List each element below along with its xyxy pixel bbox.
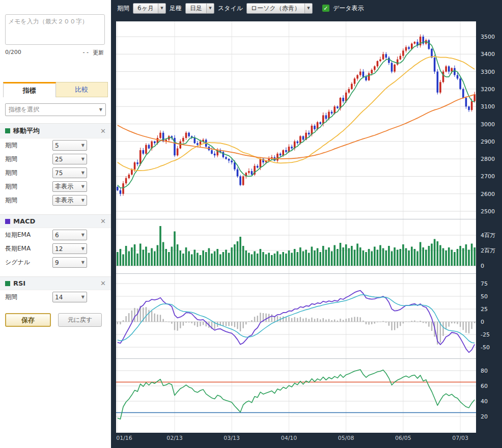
macd-short-select[interactable]: 6 ▼ — [52, 230, 87, 240]
indicator-group-macd-header: MACD ✕ — [0, 214, 111, 228]
param-label: 期間 — [5, 196, 52, 205]
svg-text:07/03: 07/03 — [452, 435, 468, 441]
svg-text:02/13: 02/13 — [166, 435, 183, 441]
svg-text:3500: 3500 — [481, 34, 495, 40]
memo-update-button[interactable]: 更新 — [93, 49, 104, 57]
save-button[interactable]: 保存 — [5, 313, 51, 327]
select-value: 6 — [55, 232, 59, 239]
svg-text:04/10: 04/10 — [281, 435, 297, 441]
ma-period-5-select[interactable]: 非表示 ▼ — [52, 195, 87, 206]
select-value: 14 — [55, 294, 63, 301]
ma-color-swatch — [5, 128, 10, 133]
chevron-down-icon: ▼ — [81, 260, 85, 265]
memo-meta: 0/200 - - 更新 — [5, 49, 104, 57]
svg-text:01/16: 01/16 — [116, 435, 132, 441]
style-dropdown[interactable]: ローソク（赤青） ▼ — [246, 3, 313, 14]
select-value: 75 — [55, 170, 63, 177]
period-label: 期間 — [117, 4, 129, 13]
param-label: 期間 — [5, 293, 52, 301]
memo-updated-value: - - — [83, 49, 89, 57]
chevron-down-icon: ▼ — [81, 143, 85, 148]
svg-text:2700: 2700 — [481, 173, 495, 180]
macd-long-select[interactable]: 12 ▼ — [52, 243, 87, 254]
select-value: 12 — [55, 245, 63, 253]
svg-text:05/08: 05/08 — [338, 435, 354, 441]
svg-text:06/05: 06/05 — [395, 435, 411, 441]
svg-text:03/13: 03/13 — [224, 435, 240, 441]
param-label: 長期EMA — [5, 244, 52, 253]
svg-text:3400: 3400 — [481, 51, 495, 58]
select-value: 5 — [55, 142, 59, 149]
ma-period-row-5: 期間 非表示 ▼ — [0, 193, 111, 207]
memo-input[interactable] — [5, 14, 105, 45]
svg-text:2800: 2800 — [481, 156, 495, 162]
svg-text:0: 0 — [481, 263, 484, 269]
stock-chart-app: 0/200 - - 更新 指標 比較 指標を選択 ▼ 移動平均 ✕ 期間 5 ▼ — [0, 0, 502, 448]
period-value: 6ヶ月 — [133, 4, 158, 13]
chevron-down-icon: ▼ — [206, 4, 214, 13]
select-value: 25 — [55, 156, 63, 163]
chevron-down-icon: ▼ — [81, 198, 85, 203]
svg-text:80: 80 — [481, 368, 488, 374]
select-value: 9 — [55, 259, 59, 266]
bar-type-label: 足種 — [170, 4, 182, 13]
bar-type-dropdown[interactable]: 日足 ▼ — [185, 3, 214, 14]
svg-text:3100: 3100 — [481, 103, 495, 110]
svg-text:2600: 2600 — [481, 191, 495, 198]
data-display-label: データ表示 — [333, 4, 364, 13]
sidebar-tabs: 指標 比較 — [3, 82, 108, 97]
plot-area — [116, 21, 476, 433]
indicator-select[interactable]: 指標を選択 ▼ — [5, 103, 106, 116]
sidebar: 0/200 - - 更新 指標 比較 指標を選択 ▼ 移動平均 ✕ 期間 5 ▼ — [0, 0, 111, 448]
ma-period-row-4: 期間 非表示 ▼ — [0, 180, 111, 193]
period-dropdown[interactable]: 6ヶ月 ▼ — [133, 3, 166, 14]
macd-short-row: 短期EMA 6 ▼ — [0, 228, 111, 242]
reset-button[interactable]: 元に戻す — [58, 313, 102, 327]
svg-text:25: 25 — [481, 306, 488, 313]
indicator-group-ma-header: 移動平均 ✕ — [0, 123, 111, 138]
chevron-down-icon: ▼ — [81, 233, 85, 237]
memo-counter: 0/200 — [5, 49, 21, 57]
macd-group-title: MACD — [13, 217, 97, 225]
macd-signal-select[interactable]: 9 ▼ — [52, 257, 87, 268]
close-icon[interactable]: ✕ — [100, 127, 106, 135]
ma-period-4-select[interactable]: 非表示 ▼ — [52, 181, 87, 192]
macd-color-swatch — [5, 219, 10, 224]
svg-text:60: 60 — [481, 383, 488, 389]
close-icon[interactable]: ✕ — [100, 279, 106, 287]
svg-text:0: 0 — [481, 319, 484, 325]
macd-signal-row: シグナル 9 ▼ — [0, 256, 111, 269]
svg-text:3300: 3300 — [481, 69, 495, 75]
rsi-group-title: RSI — [13, 279, 97, 287]
chart-region: 期間 6ヶ月 ▼ 足種 日足 ▼ スタイル ローソク（赤青） ▼ ✓ データ表示… — [111, 0, 502, 448]
ma-period-3-select[interactable]: 75 ▼ — [52, 167, 87, 178]
close-icon[interactable]: ✕ — [100, 217, 106, 225]
indicator-select-value: 指標を選択 — [9, 105, 39, 114]
ma-period-row-1: 期間 5 ▼ — [0, 138, 111, 152]
ma-group-title: 移動平均 — [13, 126, 97, 135]
svg-text:-25: -25 — [481, 331, 490, 338]
chevron-down-icon: ▼ — [81, 246, 85, 251]
param-label: 期間 — [5, 169, 52, 177]
chart-canvas[interactable]: 3500340033003200310030002900280027002600… — [111, 16, 502, 448]
select-value: 非表示 — [55, 196, 73, 205]
chevron-down-icon: ▼ — [304, 4, 312, 13]
svg-text:75: 75 — [481, 281, 488, 287]
svg-text:2900: 2900 — [481, 138, 495, 145]
ma-period-2-select[interactable]: 25 ▼ — [52, 154, 87, 164]
tab-indicators[interactable]: 指標 — [3, 82, 56, 97]
svg-text:2500: 2500 — [481, 208, 495, 215]
style-label: スタイル — [218, 4, 243, 13]
param-label: 短期EMA — [5, 231, 52, 239]
rsi-period-select[interactable]: 14 ▼ — [52, 292, 87, 302]
style-value: ローソク（赤青） — [247, 4, 304, 13]
svg-text:4百万: 4百万 — [481, 232, 495, 239]
data-display-checkbox[interactable]: ✓ — [322, 5, 329, 12]
svg-text:20: 20 — [481, 413, 488, 420]
ma-period-1-select[interactable]: 5 ▼ — [52, 140, 87, 151]
param-label: 期間 — [5, 182, 52, 191]
action-buttons: 保存 元に戻す — [5, 313, 106, 327]
param-label: 期間 — [5, 141, 52, 150]
svg-text:50: 50 — [481, 293, 488, 300]
tab-compare[interactable]: 比較 — [56, 82, 108, 97]
